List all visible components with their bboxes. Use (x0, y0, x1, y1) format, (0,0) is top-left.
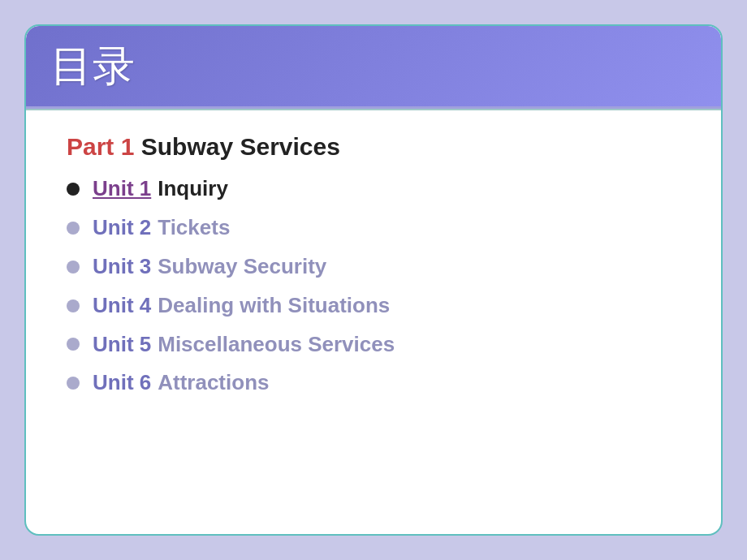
part-name-text: Subway Services (141, 133, 340, 160)
list-item: Unit 2 Tickets (67, 214, 680, 242)
list-item: Unit 5 Miscellaneous Services (67, 331, 680, 359)
unit-number: Unit 1 (93, 175, 151, 203)
unit-number: Unit 5 (93, 331, 151, 359)
bullet-icon (67, 222, 80, 235)
unit-list: Unit 1 Inquiry Unit 2 Tickets Unit 3 Sub… (67, 175, 680, 397)
unit-name: Tickets (158, 214, 230, 242)
unit-name: Dealing with Situations (158, 292, 390, 320)
bullet-icon (67, 183, 80, 196)
list-item: Unit 4 Dealing with Situations (67, 292, 680, 320)
bullet-icon (67, 377, 80, 390)
list-item: Unit 3 Subway Security (67, 253, 680, 281)
slide-header: 目录 (26, 26, 721, 109)
list-item: Unit 1 Inquiry (67, 175, 680, 203)
unit-name: Subway Security (158, 253, 326, 281)
bullet-icon (67, 261, 80, 274)
unit-name: Inquiry (158, 175, 228, 203)
unit-number: Unit 3 (93, 253, 151, 281)
unit-name: Miscellaneous Services (158, 331, 395, 359)
unit-number: Unit 4 (93, 292, 151, 320)
slide-content: Part 1 Subway Services Unit 1 Inquiry Un… (26, 110, 721, 534)
part-label: Part 1 (67, 133, 134, 160)
unit-name: Attractions (158, 369, 269, 397)
slide: 目录 Part 1 Subway Services Unit 1 Inquiry… (24, 24, 723, 536)
list-item: Unit 6 Attractions (67, 369, 680, 397)
header-title: 目录 (50, 41, 697, 91)
unit-number: Unit 2 (93, 214, 151, 242)
part-heading: Part 1 Subway Services (67, 133, 680, 161)
bullet-icon (67, 299, 80, 312)
bullet-icon (67, 338, 80, 351)
unit-number: Unit 6 (93, 369, 151, 397)
